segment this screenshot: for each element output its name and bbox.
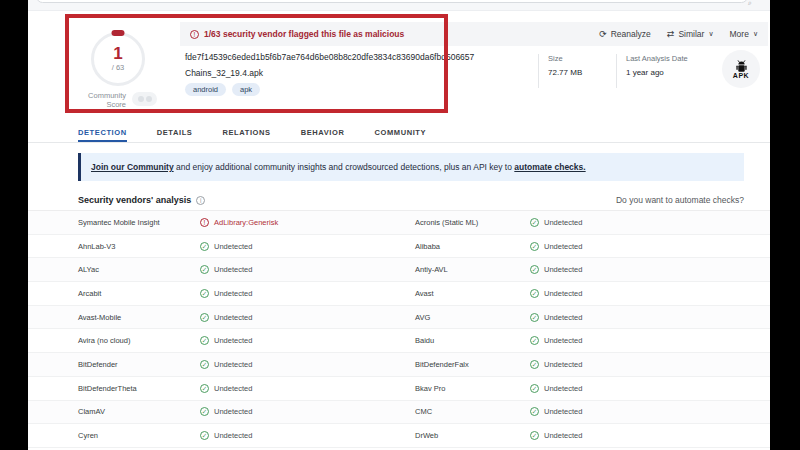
more-button[interactable]: More ∨: [730, 29, 759, 39]
vendor-name: ALYac: [78, 265, 200, 274]
alert-message: 1/63 security vendor flagged this file a…: [204, 29, 404, 39]
detection-result: ✓Undetected: [200, 265, 415, 274]
vendor-name: Antiy-AVL: [415, 265, 530, 274]
vendor-name: Alibaba: [415, 242, 530, 251]
vendor-name: Avira (no cloud): [78, 336, 200, 345]
table-row: Avira (no cloud) ✓Undetected Baidu ✓Unde…: [28, 329, 770, 353]
detection-result: ✓Undetected: [200, 313, 415, 322]
vendor-name: ClamAV: [78, 407, 200, 416]
detection-result: ✓Undetected: [200, 289, 415, 298]
undetected-icon: ✓: [530, 360, 539, 369]
detection-result: ✓Undetected: [530, 431, 770, 440]
vendor-name: Avast: [415, 289, 530, 298]
tab-community[interactable]: COMMUNITY: [375, 120, 427, 142]
undetected-icon: ✓: [530, 384, 539, 393]
detection-result: ✓Undetected: [530, 407, 770, 416]
table-row: Symantec Mobile Insight !AdLibrary:Gener…: [28, 211, 770, 235]
undetected-icon: ✓: [200, 242, 209, 251]
detection-result: ✓Undetected: [200, 407, 415, 416]
undetected-icon: ✓: [200, 289, 209, 298]
malicious-icon: !: [200, 218, 209, 227]
undetected-icon: ✓: [200, 431, 209, 440]
file-hash: fde7f14539c6eded1b5f6b7ae764d6be08b8c20d…: [185, 52, 535, 62]
table-row: ClamAV ✓Undetected CMC ✓Undetected: [28, 401, 770, 425]
table-row: BitDefender ✓Undetected BitDefenderFalx …: [28, 353, 770, 377]
vendor-name: AVG: [415, 313, 530, 322]
tab-bar: DETECTION DETAILS RELATIONS BEHAVIOR COM…: [28, 120, 770, 143]
table-row: BitDefenderTheta ✓Undetected Bkav Pro ✓U…: [28, 377, 770, 401]
detection-result: ✓Undetected: [530, 336, 770, 345]
vendor-name: BitDefender: [78, 360, 200, 369]
tag-apk[interactable]: apk: [232, 83, 260, 96]
automate-checks-question-link[interactable]: Do you want to automate checks?: [616, 195, 744, 205]
detection-result: ✓Undetected: [530, 242, 770, 251]
detection-alert-strip: ! 1/63 security vendor flagged this file…: [180, 22, 768, 46]
similar-button[interactable]: ⇄ Similar ∨: [667, 29, 714, 39]
last-analysis-value: 1 year ago: [626, 68, 688, 77]
undetected-icon: ✓: [530, 218, 539, 227]
join-community-link[interactable]: Join our Community: [91, 162, 174, 172]
last-analysis-block: Last Analysis Date 1 year ago: [616, 54, 688, 88]
undetected-icon: ✓: [530, 289, 539, 298]
vendor-name: Cyren: [78, 431, 200, 440]
tab-relations[interactable]: RELATIONS: [222, 120, 270, 142]
chevron-down-icon: ∨: [708, 30, 713, 38]
search-hint-icon: ⌕: [748, 0, 756, 6]
undetected-icon: ✓: [530, 242, 539, 251]
chevron-down-icon: ∨: [753, 30, 758, 38]
undetected-icon: ✓: [530, 313, 539, 322]
table-row: Arcabit ✓Undetected Avast ✓Undetected: [28, 282, 770, 306]
vendors-analysis-title: Security vendors' analysis: [78, 195, 191, 205]
top-header-strip: ⌕: [28, 0, 770, 11]
undetected-icon: ✓: [200, 360, 209, 369]
search-input[interactable]: [36, 0, 748, 3]
alert-icon: !: [190, 30, 199, 39]
tab-details[interactable]: DETAILS: [157, 120, 193, 142]
reanalyze-button[interactable]: ⟳ Reanalyze: [599, 29, 651, 39]
file-type-badge-label: APK: [733, 72, 749, 79]
detections-total: / 63: [94, 63, 142, 72]
detection-result: ✓Undetected: [200, 242, 415, 251]
vendor-name: CMC: [415, 407, 530, 416]
vendor-name: Avast-Mobile: [78, 313, 200, 322]
similar-icon: ⇄: [667, 29, 675, 39]
detection-result: ✓Undetected: [530, 265, 770, 274]
vendors-table: Symantec Mobile Insight !AdLibrary:Gener…: [28, 211, 770, 448]
detection-result: ✓Undetected: [200, 431, 415, 440]
vendor-name: AhnLab-V3: [78, 242, 200, 251]
size-value: 72.77 MB: [548, 68, 582, 77]
community-vote-widget[interactable]: [132, 92, 157, 106]
undetected-icon: ✓: [200, 336, 209, 345]
last-analysis-label: Last Analysis Date: [626, 54, 688, 63]
gauge-detection-arc: [112, 30, 125, 36]
undetected-icon: ✓: [530, 407, 539, 416]
vendor-name: Bkav Pro: [415, 384, 530, 393]
vendors-analysis-header: Security vendors' analysis i Do you want…: [28, 190, 770, 211]
vote-down-icon[interactable]: [146, 96, 152, 102]
detection-result: ✓Undetected: [530, 218, 770, 227]
detection-result: ✓Undetected: [530, 289, 770, 298]
tab-behavior[interactable]: BEHAVIOR: [301, 120, 345, 142]
vendor-name: Acronis (Static ML): [415, 218, 530, 227]
vote-up-icon[interactable]: [138, 96, 144, 102]
undetected-icon: ✓: [530, 265, 539, 274]
undetected-icon: ✓: [200, 265, 209, 274]
info-icon[interactable]: i: [196, 196, 205, 205]
detection-result: ✓Undetected: [200, 360, 415, 369]
detection-score-gauge: 1 / 63: [91, 32, 145, 86]
table-row: Cyren ✓Undetected DrWeb ✓Undetected: [28, 424, 770, 448]
file-type-badge: APK: [722, 50, 760, 88]
table-row: ALYac ✓Undetected Antiy-AVL ✓Undetected: [28, 258, 770, 282]
community-score-label: Community Score: [64, 91, 126, 109]
tag-android[interactable]: android: [185, 83, 226, 96]
detection-result: ✓Undetected: [530, 384, 770, 393]
page-content: ⌕ 1 / 63 Community Score ! 1/63 security…: [28, 0, 770, 450]
detection-result: ✓Undetected: [200, 384, 415, 393]
vendor-name: BitDefenderFalx: [415, 360, 530, 369]
undetected-icon: ✓: [530, 431, 539, 440]
detection-result: !AdLibrary:Generisk: [200, 218, 415, 227]
reanalyze-icon: ⟳: [599, 29, 607, 39]
tab-detection[interactable]: DETECTION: [78, 120, 127, 142]
automate-checks-link[interactable]: automate checks.: [514, 162, 585, 172]
community-banner: Join our Community and enjoy additional …: [78, 153, 744, 181]
